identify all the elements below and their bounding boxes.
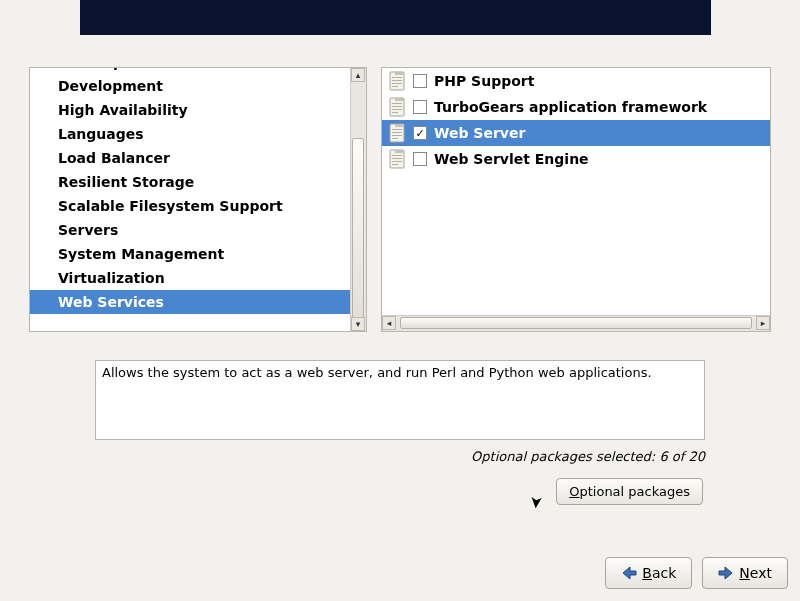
svg-rect-5 [392, 86, 398, 87]
scroll-thumb[interactable] [352, 138, 364, 318]
category-item[interactable]: Virtualization [30, 266, 350, 290]
package-label: Web Servlet Engine [434, 151, 589, 167]
svg-rect-23 [392, 164, 398, 165]
svg-rect-2 [392, 77, 402, 78]
svg-rect-3 [392, 80, 402, 81]
optional-packages-button[interactable]: Optional packages [556, 478, 703, 505]
svg-rect-10 [392, 109, 402, 110]
description-box: Allows the system to act as a web server… [95, 360, 705, 440]
package-checkbox[interactable] [413, 152, 427, 166]
optional-count-label: Optional packages selected: 6 of 20 [471, 449, 705, 464]
category-list[interactable]: DesktopsDevelopmentHigh AvailabilityLang… [30, 68, 350, 331]
category-item[interactable]: Servers [30, 218, 350, 242]
category-list-box: DesktopsDevelopmentHigh AvailabilityLang… [29, 67, 367, 332]
svg-rect-14 [392, 129, 402, 130]
package-row[interactable]: ✓Web Server [382, 120, 770, 146]
package-row[interactable]: Web Servlet Engine [382, 146, 770, 172]
header-banner [80, 0, 711, 35]
svg-rect-11 [392, 112, 398, 113]
svg-rect-1 [395, 72, 404, 75]
svg-rect-17 [392, 138, 398, 139]
category-item[interactable]: Scalable Filesystem Support [30, 194, 350, 218]
category-item[interactable]: Web Services [30, 290, 350, 314]
package-checkbox[interactable] [413, 100, 427, 114]
svg-rect-4 [392, 83, 402, 84]
nav-buttons: Back Next [605, 557, 788, 589]
svg-rect-13 [395, 124, 404, 127]
svg-rect-20 [392, 155, 402, 156]
scroll-thumb[interactable] [400, 317, 752, 329]
category-item[interactable]: System Management [30, 242, 350, 266]
svg-rect-8 [392, 103, 402, 104]
package-row[interactable]: TurboGears application framework [382, 94, 770, 120]
category-item[interactable]: Development [30, 74, 350, 98]
package-icon [388, 149, 406, 169]
category-item[interactable]: Languages [30, 122, 350, 146]
selection-panes: DesktopsDevelopmentHigh AvailabilityLang… [29, 67, 772, 332]
scroll-down-icon[interactable]: ▾ [351, 317, 365, 331]
next-button[interactable]: Next [702, 557, 788, 589]
arrow-left-icon [621, 566, 637, 580]
category-scrollbar[interactable]: ▴ ▾ [350, 68, 366, 331]
package-list-box: PHP SupportTurboGears application framew… [381, 67, 771, 332]
scroll-right-icon[interactable]: ▸ [756, 316, 770, 330]
package-hscrollbar[interactable]: ◂ ▸ [382, 315, 770, 331]
mouse-cursor-icon: ➤ [527, 495, 547, 510]
package-icon [388, 71, 406, 91]
button-label: Next [739, 565, 772, 581]
svg-rect-16 [392, 135, 402, 136]
package-label: Web Server [434, 125, 525, 141]
package-checkbox[interactable] [413, 74, 427, 88]
svg-rect-15 [392, 132, 402, 133]
package-icon [388, 123, 406, 143]
package-row[interactable]: PHP Support [382, 68, 770, 94]
svg-rect-22 [392, 161, 402, 162]
category-item[interactable]: Load Balancer [30, 146, 350, 170]
scroll-left-icon[interactable]: ◂ [382, 316, 396, 330]
package-label: PHP Support [434, 73, 534, 89]
package-list[interactable]: PHP SupportTurboGears application framew… [382, 68, 770, 315]
category-item[interactable]: Resilient Storage [30, 170, 350, 194]
button-label: Back [642, 565, 676, 581]
category-item[interactable]: High Availability [30, 98, 350, 122]
description-text: Allows the system to act as a web server… [102, 365, 652, 380]
svg-rect-21 [392, 158, 402, 159]
package-label: TurboGears application framework [434, 99, 707, 115]
arrow-right-icon [718, 566, 734, 580]
package-checkbox[interactable]: ✓ [413, 126, 427, 140]
package-icon [388, 97, 406, 117]
button-label: Optional packages [569, 484, 690, 499]
svg-rect-19 [395, 150, 404, 153]
svg-rect-9 [392, 106, 402, 107]
scroll-up-icon[interactable]: ▴ [351, 68, 365, 82]
svg-rect-7 [395, 98, 404, 101]
back-button[interactable]: Back [605, 557, 692, 589]
